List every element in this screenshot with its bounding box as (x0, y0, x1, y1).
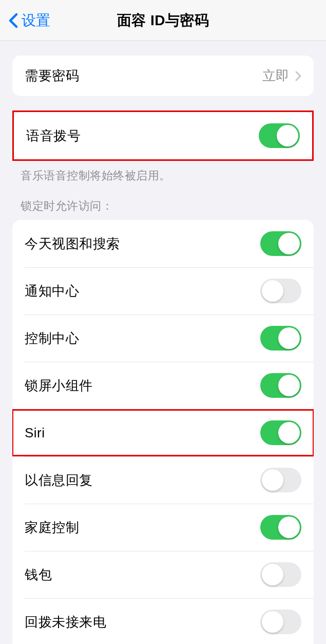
list-item-label: 控制中心 (25, 329, 79, 347)
list-item-label: 家庭控制 (25, 519, 79, 537)
list-item: 今天视图和搜索 (12, 220, 314, 267)
require-passcode-value: 立即 (262, 67, 289, 85)
lock-screen-widgets-toggle[interactable] (260, 373, 301, 398)
require-passcode-label: 需要密码 (25, 67, 79, 85)
control-center-toggle[interactable] (260, 326, 301, 351)
require-passcode-cell[interactable]: 需要密码 立即 (12, 56, 314, 96)
return-missed-calls-toggle[interactable] (260, 610, 301, 634)
voice-dial-cell: 语音拨号 (14, 112, 312, 159)
reply-with-message-toggle[interactable] (260, 468, 301, 492)
group-require-passcode: 需要密码 立即 (0, 56, 326, 96)
list-item-label: 今天视图和搜索 (25, 235, 120, 253)
group-voice-dial: 语音拨号 音乐语音控制将始终被启用。 (0, 111, 326, 184)
chevron-left-icon (8, 12, 18, 29)
home-control-toggle[interactable] (260, 515, 301, 540)
voice-dial-label: 语音拨号 (26, 127, 81, 145)
today-view-search-toggle[interactable] (260, 231, 301, 256)
highlight-voice-dial: 语音拨号 (12, 111, 314, 161)
list-item: 锁屏小组件 (12, 362, 314, 409)
group-lock-screen-access: 锁定时允许访问： 今天视图和搜索通知中心控制中心锁屏小组件Siri以信息回复家庭… (0, 198, 326, 644)
back-label: 设置 (22, 11, 50, 30)
list-item: Siri (12, 409, 314, 456)
notification-center-toggle[interactable] (260, 279, 301, 303)
chevron-right-icon (295, 71, 301, 81)
list-item: 钱包 (12, 551, 314, 598)
back-button[interactable]: 设置 (0, 11, 50, 30)
voice-dial-toggle[interactable] (259, 123, 300, 148)
siri-toggle[interactable] (260, 420, 301, 445)
list-item-label: Siri (25, 425, 45, 441)
list-item: 家庭控制 (12, 504, 314, 551)
list-item: 控制中心 (12, 315, 314, 362)
list-item-label: 通知中心 (25, 282, 79, 300)
settings-content: 需要密码 立即 语音拨号 音乐语音控制将始终被启 (0, 56, 326, 644)
list-item-label: 钱包 (25, 566, 52, 584)
list-item: 以信息回复 (12, 456, 314, 504)
wallet-toggle[interactable] (260, 562, 301, 587)
lock-screen-header: 锁定时允许访问： (0, 198, 326, 220)
list-item-label: 锁屏小组件 (25, 377, 93, 395)
list-item: 回拨未接来电 (12, 598, 314, 644)
page-title: 面容 ID与密码 (117, 11, 209, 30)
list-item: 通知中心 (12, 267, 314, 315)
lock-screen-list: 今天视图和搜索通知中心控制中心锁屏小组件Siri以信息回复家庭控制钱包回拨未接来… (12, 220, 314, 644)
list-item-label: 以信息回复 (25, 471, 93, 489)
navigation-bar: 设置 面容 ID与密码 (0, 0, 326, 41)
list-item-label: 回拨未接来电 (25, 613, 106, 631)
voice-dial-footer: 音乐语音控制将始终被启用。 (0, 161, 326, 184)
